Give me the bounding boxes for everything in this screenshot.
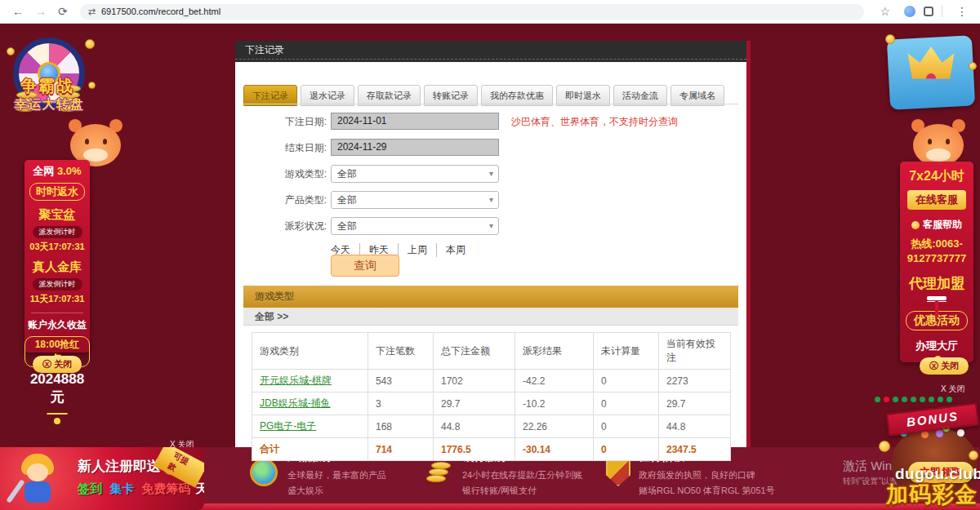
game-category-link[interactable]: JDB娱乐城-捕鱼 bbox=[260, 397, 331, 409]
cell: 0 bbox=[594, 392, 659, 415]
table-total-row: 合计 714 1776.5 -30.14 0 2347.5 bbox=[252, 438, 731, 461]
cell: 2347.5 bbox=[659, 438, 731, 461]
col-payout-result: 派彩结果 bbox=[515, 333, 594, 370]
payout-status-select[interactable]: 全部 ▾ bbox=[331, 217, 499, 235]
cell: PG电子-电子 bbox=[252, 415, 368, 438]
bet-record-panel: 下注记录 下注记录 退水记录 存取款记录 转账记录 我的存款优惠 即时退水 活动… bbox=[235, 41, 746, 447]
table-row: JDB娱乐城-捕鱼 3 29.7 -10.2 0 29.7 bbox=[252, 392, 731, 415]
browser-menu-icon[interactable]: ⋮ bbox=[956, 5, 968, 18]
cell: 1776.5 bbox=[434, 438, 515, 461]
bookmark-star-icon[interactable]: ☆ bbox=[880, 5, 890, 18]
chevron-down-icon: ▾ bbox=[489, 192, 493, 208]
signup-bonus-banner[interactable]: 新人注册即送 17 元 签到 集卡 免费筹码 天天领 可提款 bbox=[0, 447, 204, 510]
countdown-timer: 03天17:07:31 bbox=[29, 241, 84, 253]
forward-icon[interactable]: → bbox=[35, 5, 47, 18]
cell: 0 bbox=[594, 370, 659, 392]
start-date-input[interactable]: 2024-11-01 bbox=[331, 113, 499, 130]
pager-dot[interactable] bbox=[893, 397, 898, 402]
coin-icon bbox=[85, 39, 95, 49]
content-scroll-edge[interactable] bbox=[746, 41, 751, 447]
chrome-actions: ☆ ⋮ bbox=[874, 5, 973, 18]
cell: JDB娱乐城-捕鱼 bbox=[252, 392, 368, 415]
quick-link-last-week[interactable]: 上周 bbox=[398, 243, 436, 257]
footer-line: 24小时在线存提款/五分钟到账 bbox=[462, 469, 582, 481]
cell: -10.2 bbox=[515, 392, 594, 415]
battle-event-title[interactable]: 争霸战 bbox=[0, 75, 95, 97]
globe-icon bbox=[250, 459, 278, 486]
filter-all-link[interactable]: 全部 >> bbox=[243, 308, 738, 326]
back-icon[interactable]: ← bbox=[12, 5, 24, 18]
product-type-select[interactable]: 全部 ▾ bbox=[331, 191, 499, 209]
pager-dots bbox=[875, 397, 952, 402]
cell: -42.2 bbox=[515, 370, 594, 392]
mascot-character-image bbox=[11, 454, 70, 508]
col-uncounted: 未计算量 bbox=[594, 333, 659, 370]
col-game-category: 游戏类别 bbox=[252, 333, 368, 370]
close-rebate-banner-button[interactable]: ⓧ 关闭 bbox=[33, 356, 82, 373]
col-total-bet: 总下注金额 bbox=[434, 333, 515, 370]
cell: 3 bbox=[368, 392, 434, 415]
end-date-input[interactable]: 2024-11-29 bbox=[331, 139, 499, 156]
game-category-link[interactable]: 开元娱乐城-棋牌 bbox=[260, 375, 332, 386]
selected-value: 全部 bbox=[337, 168, 357, 180]
cell: 29.7 bbox=[659, 392, 731, 415]
cell: 开元娱乐城-棋牌 bbox=[252, 370, 368, 392]
close-service-banner-button[interactable]: ⓧ 关闭 bbox=[920, 357, 969, 375]
battle-event-banner[interactable] bbox=[884, 34, 978, 116]
pager-dot[interactable] bbox=[875, 397, 880, 402]
cell: 22.26 bbox=[515, 415, 594, 438]
prize-amount: 2024888元 bbox=[24, 371, 90, 406]
table-row: 开元娱乐城-棋牌 543 1702 -42.2 0 2273 bbox=[252, 370, 731, 392]
sports-query-note: 沙巴体育、世界体育，不支持时分查询 bbox=[511, 115, 678, 129]
query-button[interactable]: 查询 bbox=[331, 255, 399, 277]
coin-icon bbox=[885, 34, 895, 44]
cell: 0 bbox=[594, 415, 659, 438]
site-settings-icon[interactable]: ⇄ bbox=[88, 7, 96, 17]
service-help-row: 客服帮助 bbox=[911, 218, 962, 232]
game-type-label: 游戏类型: bbox=[265, 165, 327, 183]
countdown-label: 派发倒计时 bbox=[33, 278, 82, 290]
footer-line: 银行转账/网银支付 bbox=[462, 485, 582, 497]
online-service-button[interactable]: 在线客服 bbox=[907, 190, 966, 210]
pager-dot[interactable] bbox=[938, 397, 943, 402]
agent-join-label[interactable]: 代理加盟 bbox=[909, 274, 964, 293]
address-bar[interactable]: ⇄ 6917500.com/record_bet.html bbox=[80, 4, 865, 20]
divider bbox=[243, 104, 738, 104]
coin-icon bbox=[879, 441, 890, 452]
url-text[interactable]: 6917500.com/record_bet.html bbox=[101, 7, 220, 16]
table-row: PG电子-电子 168 44.8 22.26 0 44.8 bbox=[252, 415, 731, 438]
live-vault-title: 真人金库 bbox=[33, 259, 82, 275]
end-date-label: 结束日期: bbox=[265, 139, 327, 157]
browser-chrome: ← → ⟳ ⇄ 6917500.com/record_bet.html ☆ ⋮ bbox=[0, 0, 980, 24]
customer-service-banner[interactable]: 7x24小时 在线客服 客服帮助 热线:0063- 9127737777 代理加… bbox=[900, 162, 973, 362]
footer-line: 盛大娱乐 bbox=[287, 485, 386, 497]
cell: 合计 bbox=[252, 438, 368, 461]
pager-dot[interactable] bbox=[929, 397, 934, 402]
cell: 168 bbox=[368, 415, 434, 438]
rebate-rate-line: 全网 3.0% bbox=[33, 164, 81, 179]
cell: -30.14 bbox=[515, 438, 594, 461]
pager-dot[interactable] bbox=[947, 397, 952, 402]
translate-globe-icon[interactable] bbox=[904, 6, 915, 17]
pager-dot[interactable] bbox=[911, 397, 916, 402]
game-category-link[interactable]: PG电子-电子 bbox=[260, 420, 316, 432]
start-date-label: 下注日期: bbox=[265, 113, 327, 131]
extensions-icon[interactable] bbox=[924, 7, 933, 16]
game-type-select[interactable]: 全部 ▾ bbox=[331, 165, 499, 183]
rebate-promo-banner[interactable]: 全网 3.0% 时时返水 聚宝盆 派发倒计时 03天17:07:31 真人金库 … bbox=[24, 160, 90, 353]
footer-line: 政府颁发的执照，良好的口碑 bbox=[639, 469, 775, 481]
pager-dot[interactable] bbox=[902, 397, 907, 402]
panel-title: 下注记录 bbox=[235, 41, 746, 62]
lucky-wheel-title[interactable]: 幸运大转盘 bbox=[0, 96, 98, 113]
reload-icon[interactable]: ⟳ bbox=[58, 5, 68, 18]
quick-link-this-week[interactable]: 本周 bbox=[436, 243, 474, 257]
footer-line: 赌场RGL NO50 体育RGL 第051号 bbox=[639, 485, 775, 497]
screen: ← → ⟳ ⇄ 6917500.com/record_bet.html ☆ ⋮ … bbox=[0, 0, 980, 510]
chevron-down-icon: ▾ bbox=[489, 218, 493, 234]
pager-dot[interactable] bbox=[884, 397, 889, 402]
pager-dot[interactable] bbox=[920, 397, 925, 402]
close-bonus-button[interactable]: X 关闭 bbox=[941, 384, 964, 395]
selected-value: 全部 bbox=[337, 194, 357, 206]
section-header-game-type: 游戏类型 bbox=[243, 286, 738, 308]
coin-icon bbox=[969, 450, 978, 460]
